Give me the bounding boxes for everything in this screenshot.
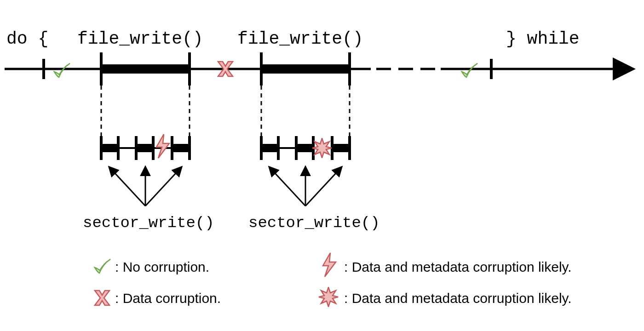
legend-check-text: : No corruption.: [115, 259, 209, 275]
label-file-write-1: file_write(): [77, 29, 203, 49]
fan-arrow: [145, 167, 181, 206]
label-file-write-2: file_write(): [237, 29, 363, 49]
check-icon: [52, 62, 71, 80]
fan-arrow: [305, 167, 341, 206]
label-sector-write-1: sector_write(): [83, 214, 214, 232]
label-while: } while: [506, 29, 580, 49]
legend-cross-text: : Data corruption.: [115, 291, 221, 306]
legend-bolt-icon: [320, 252, 339, 278]
fan-arrow: [270, 167, 305, 206]
legend-bolt-text: : Data and metadata corruption likely.: [344, 259, 572, 275]
check-icon: [460, 62, 478, 80]
legend-star-icon: [318, 287, 339, 307]
label-sector-write-2: sector_write(): [248, 214, 380, 232]
star-icon: [312, 138, 332, 158]
label-do: do {: [6, 29, 48, 49]
legend-check-icon: [93, 257, 111, 276]
bolt-icon: [154, 133, 172, 159]
cross-icon: [216, 60, 235, 78]
legend-cross-icon: [93, 289, 111, 307]
legend-star-text: : Data and metadata corruption likely.: [344, 291, 572, 306]
fan-arrow: [109, 167, 145, 206]
diagram-canvas: [0, 0, 644, 331]
